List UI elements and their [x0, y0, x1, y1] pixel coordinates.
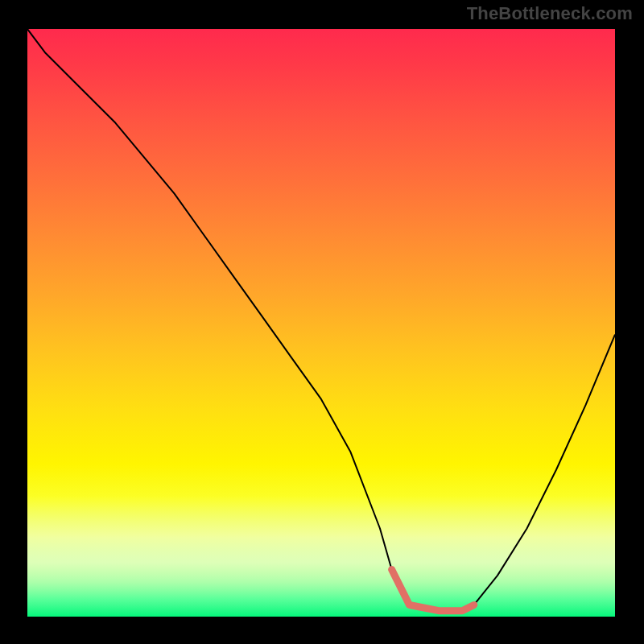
bottleneck-curve [27, 29, 615, 611]
plot-area [27, 29, 615, 617]
watermark-text: TheBottleneck.com [467, 3, 633, 24]
chart-frame: TheBottleneck.com [0, 0, 644, 644]
curve-layer [27, 29, 615, 617]
optimal-range-highlight [392, 570, 474, 611]
